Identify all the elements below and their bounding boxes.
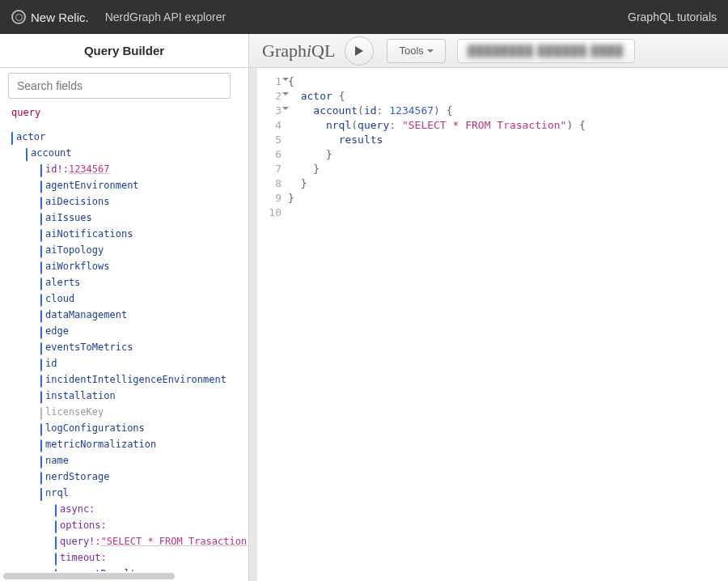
tree-item-ainotifications[interactable]: aiNotifications (40, 227, 248, 243)
field-label[interactable]: actor (16, 131, 45, 142)
tree-item-aiissues[interactable]: aiIssues (40, 210, 248, 227)
query-editor[interactable]: 12345678910 { actor { account(id: 123456… (257, 68, 728, 581)
field-label[interactable]: nrql (45, 487, 69, 498)
fold-icon[interactable] (282, 78, 289, 84)
field-label[interactable]: id (45, 358, 57, 369)
arg-value[interactable]: "SELECT * FROM Trasaction" (101, 536, 248, 547)
field-label[interactable]: licenseKey (45, 406, 104, 418)
field-label[interactable]: timeout: (60, 552, 107, 563)
field-label[interactable]: options: (60, 520, 107, 531)
checkbox[interactable] (40, 407, 42, 420)
tree-item-logconfigurations[interactable]: logConfigurations (40, 421, 248, 437)
checkbox[interactable] (40, 358, 42, 371)
checkbox[interactable] (55, 504, 57, 517)
tree-item-incidentintelligenceenvironment[interactable]: incidentIntelligenceEnvironment (40, 372, 248, 388)
field-label[interactable]: cloud (45, 293, 74, 304)
tree-item-aidecisions[interactable]: aiDecisions (40, 194, 248, 210)
tree-item-aiworkflows[interactable]: aiWorkflows (40, 259, 248, 275)
checkbox[interactable] (40, 456, 42, 469)
field-label[interactable]: metricNormalization (45, 439, 156, 450)
checkbox[interactable] (40, 423, 42, 436)
checkbox[interactable] (40, 326, 42, 339)
checkbox[interactable] (40, 229, 42, 242)
brand-name: New Relic. (31, 11, 89, 24)
field-label[interactable]: aiNotifications (45, 228, 133, 240)
field-label[interactable]: alerts (45, 277, 80, 288)
pane-divider[interactable] (249, 68, 257, 581)
tree-item-nerdstorage[interactable]: nerdStorage (40, 469, 248, 486)
checkbox[interactable] (40, 294, 42, 307)
checkbox[interactable] (40, 278, 42, 290)
tree-item-alerts[interactable]: alerts (40, 275, 248, 291)
search-fields-input[interactable] (8, 73, 231, 99)
field-label[interactable]: nerdStorage (45, 471, 109, 482)
field-label[interactable]: dataManagement (45, 309, 127, 320)
tree-item-nrql[interactable]: nrqlasync:options:query!:"SELECT * FROM … (40, 486, 248, 571)
tree-item-metricnormalization[interactable]: metricNormalization (40, 437, 248, 453)
checkbox[interactable] (26, 148, 28, 161)
tree-item-account[interactable]: accountid!:1234567agentEnvironmentaiDeci… (26, 146, 248, 571)
field-label[interactable]: eventsToMetrics (45, 341, 133, 353)
tree-item-licensekey[interactable]: licenseKey (40, 405, 248, 421)
tree-item-query[interactable]: query!:"SELECT * FROM Trasaction" (55, 534, 248, 550)
checkbox[interactable] (40, 439, 42, 452)
newrelic-logo-icon (11, 10, 26, 24)
checkbox[interactable] (40, 197, 42, 210)
checkbox[interactable] (40, 310, 42, 323)
field-label[interactable]: edge (45, 325, 69, 337)
tools-dropdown[interactable]: Tools (387, 39, 445, 63)
scrollbar-thumb[interactable] (3, 573, 175, 579)
tree-item-eventstometrics[interactable]: eventsToMetrics (40, 340, 248, 356)
checkbox[interactable] (11, 132, 13, 145)
checkbox[interactable] (40, 245, 42, 258)
tree-item-datamanagement[interactable]: dataManagement (40, 307, 248, 324)
checkbox[interactable] (40, 342, 42, 355)
checkbox[interactable] (40, 391, 42, 404)
checkbox[interactable] (40, 213, 42, 226)
account-selector[interactable]: ████████ ██████ ████ (457, 39, 635, 63)
checkbox[interactable] (40, 472, 42, 485)
field-label[interactable]: installation (45, 390, 116, 401)
field-label[interactable]: aiIssues (45, 212, 92, 223)
checkbox[interactable] (40, 164, 42, 177)
tree-item-actor[interactable]: actoraccountid!:1234567agentEnvironmenta… (11, 129, 248, 571)
checkbox[interactable] (55, 553, 57, 566)
field-label[interactable]: aiWorkflows (45, 261, 109, 272)
checkbox[interactable] (40, 488, 42, 501)
tree-item-installation[interactable]: installation (40, 388, 248, 405)
tree-item-edge[interactable]: edge (40, 324, 248, 340)
checkbox[interactable] (55, 536, 57, 549)
tree-item-timeout[interactable]: timeout: (55, 550, 248, 566)
tree-item-cloud[interactable]: cloud (40, 291, 248, 307)
fold-icon[interactable] (282, 107, 289, 113)
tree-item-name[interactable]: name (40, 453, 248, 469)
checkbox[interactable] (40, 180, 42, 193)
field-label[interactable]: async: (60, 503, 95, 515)
tree-item-options[interactable]: options: (55, 518, 248, 534)
tree-item-aitopology[interactable]: aiTopology (40, 243, 248, 259)
checkbox[interactable] (55, 520, 57, 533)
brand-logo[interactable]: New Relic. (11, 10, 89, 24)
code-source[interactable]: { actor { account(id: 1234567) { nrql(qu… (288, 74, 586, 581)
execute-button[interactable] (345, 36, 374, 66)
field-label[interactable]: incidentIntelligenceEnvironment (45, 374, 226, 385)
field-label[interactable]: query!: (60, 536, 101, 547)
fold-icon[interactable] (282, 92, 289, 99)
field-label[interactable]: agentEnvironment (45, 180, 139, 191)
checkbox[interactable] (40, 375, 42, 388)
field-label[interactable]: account (31, 147, 72, 159)
tutorials-link[interactable]: GraphQL tutorials (628, 11, 717, 23)
builder-scrollbar[interactable] (0, 571, 248, 581)
tree-item-async[interactable]: async: (55, 502, 248, 518)
field-label[interactable]: aiDecisions (45, 196, 109, 207)
field-label[interactable]: id!: (45, 163, 69, 175)
tree-item-agentenvironment[interactable]: agentEnvironment (40, 178, 248, 194)
field-label[interactable]: aiTopology (45, 244, 104, 256)
field-label[interactable]: logConfigurations (45, 422, 145, 434)
field-label[interactable]: name (45, 455, 69, 466)
checkbox[interactable] (40, 261, 42, 274)
arg-value[interactable]: 1234567 (69, 163, 110, 175)
tree-item-id[interactable]: id (40, 356, 248, 372)
tree-item-id[interactable]: id!:1234567 (40, 162, 248, 178)
field-tree: actoraccountid!:1234567agentEnvironmenta… (0, 129, 248, 571)
